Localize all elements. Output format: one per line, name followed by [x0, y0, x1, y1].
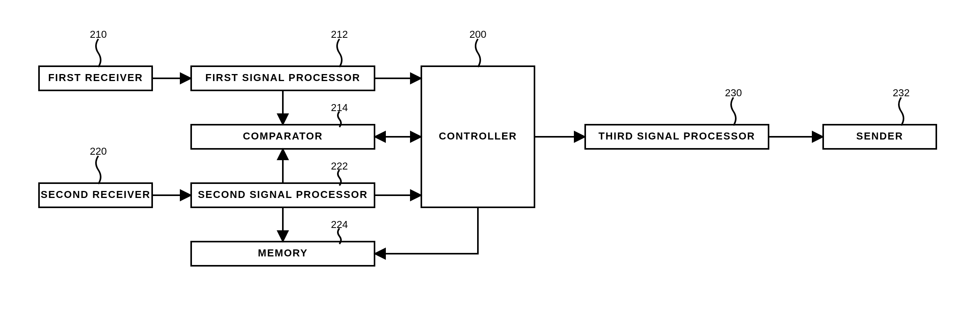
block-second-receiver: SECOND RECEIVER 220 [39, 145, 152, 207]
label-second-receiver: SECOND RECEIVER [41, 189, 150, 200]
block-controller: CONTROLLER 200 [421, 28, 534, 207]
block-third-signal-processor: THIRD SIGNAL PROCESSOR 230 [585, 87, 769, 149]
ref-220: 220 [90, 145, 107, 157]
block-diagram: FIRST RECEIVER 210 SECOND RECEIVER 220 F… [0, 0, 980, 325]
ref-212: 212 [331, 28, 348, 40]
ref-230: 230 [725, 87, 742, 99]
ref-200: 200 [469, 28, 486, 40]
arrow-controller-to-memory [375, 207, 478, 254]
label-memory: MEMORY [258, 247, 308, 259]
block-first-receiver: FIRST RECEIVER 210 [39, 28, 152, 90]
label-second-sp: SECOND SIGNAL PROCESSOR [198, 189, 368, 200]
label-controller: CONTROLLER [439, 130, 517, 142]
label-first-sp: FIRST SIGNAL PROCESSOR [205, 72, 360, 83]
ref-232: 232 [893, 87, 909, 99]
ref-210: 210 [90, 28, 107, 40]
block-sender: SENDER 232 [823, 87, 936, 149]
label-comparator: COMPARATOR [243, 130, 323, 142]
label-first-receiver: FIRST RECEIVER [48, 72, 143, 83]
block-first-signal-processor: FIRST SIGNAL PROCESSOR 212 [191, 28, 375, 90]
label-third-sp: THIRD SIGNAL PROCESSOR [598, 130, 755, 142]
label-sender: SENDER [856, 130, 903, 142]
